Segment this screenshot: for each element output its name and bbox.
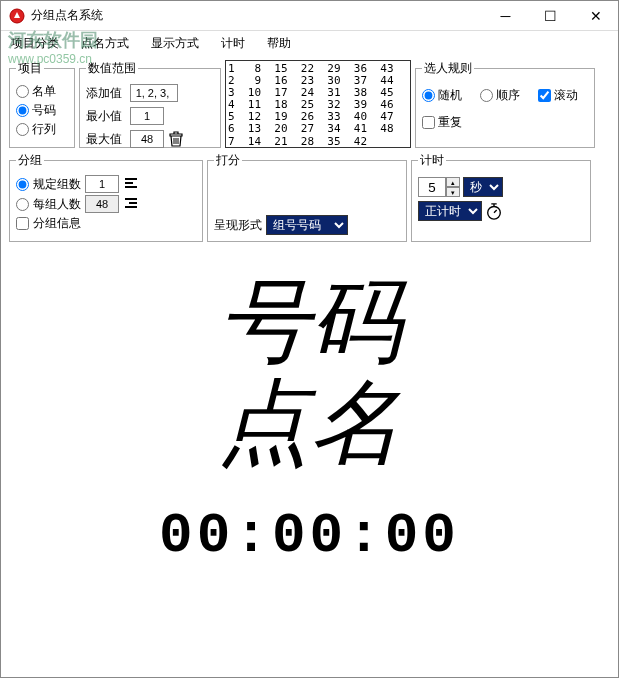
display-line1: 号码 bbox=[218, 272, 402, 373]
radio-group-count-label: 规定组数 bbox=[33, 176, 81, 193]
display-line2: 点名 bbox=[218, 373, 402, 474]
titlebar: 分组点名系统 ─ ☐ ✕ bbox=[1, 1, 618, 31]
group-fieldset: 分组 规定组数 每组人数 bbox=[9, 152, 203, 242]
range-fieldset: 数值范围 添加值 最小值 最大值 bbox=[79, 60, 221, 148]
app-icon bbox=[9, 8, 25, 24]
score-fieldset: 打分 呈现形式 组号号码 bbox=[207, 152, 407, 242]
align-icon-2[interactable] bbox=[123, 196, 139, 213]
big-text: 号码 点名 bbox=[218, 272, 402, 474]
app-window: 分组点名系统 ─ ☐ ✕ 项目分类 点名方式 显示方式 计时 帮助 河东软件园 … bbox=[0, 0, 619, 678]
radio-random[interactable] bbox=[422, 89, 435, 102]
radio-order-label: 顺序 bbox=[496, 87, 520, 104]
radio-number[interactable] bbox=[16, 104, 29, 117]
window-title: 分组点名系统 bbox=[31, 7, 483, 24]
top-row: 项目 名单 号码 行列 数值范围 添加值 最小值 最大值 bbox=[9, 60, 610, 148]
spinner-up[interactable]: ▴ bbox=[446, 177, 460, 187]
numbers-panel: 1 8 15 22 29 36 43 2 9 16 23 30 37 44 3 … bbox=[225, 60, 411, 148]
timer-value-input[interactable] bbox=[418, 177, 446, 197]
maximize-button[interactable]: ☐ bbox=[528, 2, 573, 30]
max-value-input[interactable] bbox=[130, 130, 164, 148]
radio-group-people-label: 每组人数 bbox=[33, 196, 81, 213]
group-legend: 分组 bbox=[16, 152, 44, 169]
min-value-input[interactable] bbox=[130, 107, 164, 125]
radio-namelist[interactable] bbox=[16, 85, 29, 98]
check-group-info[interactable] bbox=[16, 217, 29, 230]
check-group-info-label: 分组信息 bbox=[33, 215, 81, 232]
timer-unit-select[interactable]: 秒 bbox=[463, 177, 503, 197]
range-legend: 数值范围 bbox=[86, 60, 138, 77]
radio-rowcol[interactable] bbox=[16, 123, 29, 136]
trash-icon[interactable] bbox=[168, 131, 184, 147]
stopwatch-icon[interactable] bbox=[485, 202, 503, 220]
menu-help[interactable]: 帮助 bbox=[263, 33, 295, 54]
project-legend: 项目 bbox=[16, 60, 44, 77]
radio-random-label: 随机 bbox=[438, 87, 462, 104]
add-value-label: 添加值 bbox=[86, 85, 126, 102]
check-scroll[interactable] bbox=[538, 89, 551, 102]
menu-display-mode[interactable]: 显示方式 bbox=[147, 33, 203, 54]
check-repeat-label: 重复 bbox=[438, 114, 462, 131]
rules-legend: 选人规则 bbox=[422, 60, 474, 77]
menu-timer[interactable]: 计时 bbox=[217, 33, 249, 54]
max-value-label: 最大值 bbox=[86, 131, 126, 148]
form-select[interactable]: 组号号码 bbox=[266, 215, 348, 235]
align-icon-1[interactable] bbox=[123, 176, 139, 193]
score-legend: 打分 bbox=[214, 152, 242, 169]
radio-number-label: 号码 bbox=[32, 102, 56, 119]
check-repeat[interactable] bbox=[422, 116, 435, 129]
main-display: 号码 点名 00:00:00 bbox=[9, 242, 610, 673]
project-fieldset: 项目 名单 号码 行列 bbox=[9, 60, 75, 148]
svg-point-1 bbox=[488, 207, 501, 220]
timer-legend: 计时 bbox=[418, 152, 446, 169]
minimize-button[interactable]: ─ bbox=[483, 2, 528, 30]
radio-group-count[interactable] bbox=[16, 178, 29, 191]
menu-rollcall-mode[interactable]: 点名方式 bbox=[77, 33, 133, 54]
form-label: 呈现形式 bbox=[214, 217, 262, 234]
timer-spinner[interactable]: ▴ ▾ bbox=[418, 177, 460, 197]
menu-project-category[interactable]: 项目分类 bbox=[7, 33, 63, 54]
group-people-input[interactable] bbox=[85, 195, 119, 213]
add-value-input[interactable] bbox=[130, 84, 178, 102]
window-controls: ─ ☐ ✕ bbox=[483, 2, 618, 30]
min-value-label: 最小值 bbox=[86, 108, 126, 125]
timer-fieldset: 计时 ▴ ▾ 秒 正计时 bbox=[411, 152, 591, 242]
close-button[interactable]: ✕ bbox=[573, 2, 618, 30]
second-row: 分组 规定组数 每组人数 bbox=[9, 152, 610, 242]
timer-mode-select[interactable]: 正计时 bbox=[418, 201, 482, 221]
radio-group-people[interactable] bbox=[16, 198, 29, 211]
check-scroll-label: 滚动 bbox=[554, 87, 578, 104]
radio-rowcol-label: 行列 bbox=[32, 121, 56, 138]
radio-namelist-label: 名单 bbox=[32, 83, 56, 100]
radio-order[interactable] bbox=[480, 89, 493, 102]
spinner-down[interactable]: ▾ bbox=[446, 187, 460, 197]
rules-fieldset: 选人规则 随机 顺序 滚动 重复 bbox=[415, 60, 595, 148]
content-area: 项目 名单 号码 行列 数值范围 添加值 最小值 最大值 bbox=[1, 56, 618, 677]
group-count-input[interactable] bbox=[85, 175, 119, 193]
menubar: 项目分类 点名方式 显示方式 计时 帮助 bbox=[1, 31, 618, 56]
timer-display: 00:00:00 bbox=[159, 504, 460, 568]
